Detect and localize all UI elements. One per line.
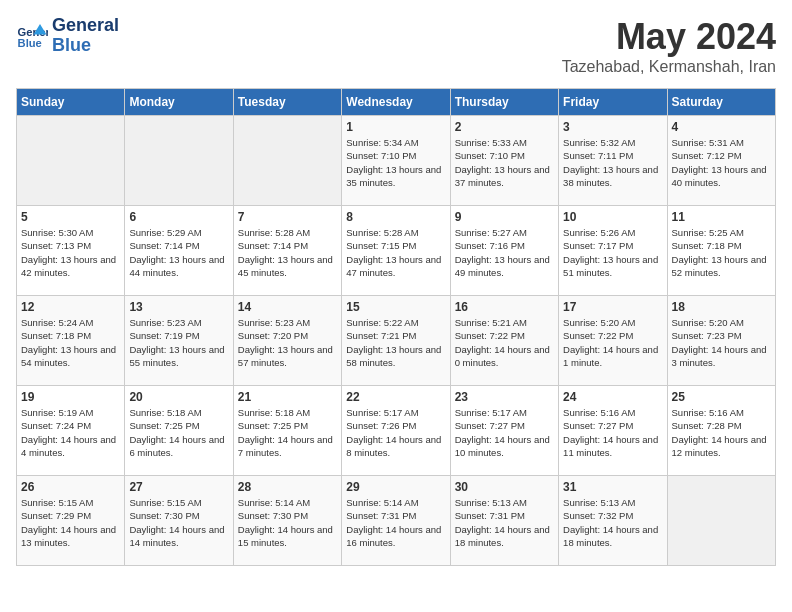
calendar-cell: 5Sunrise: 5:30 AMSunset: 7:13 PMDaylight…	[17, 206, 125, 296]
calendar-cell: 24Sunrise: 5:16 AMSunset: 7:27 PMDayligh…	[559, 386, 667, 476]
day-number: 2	[455, 120, 554, 134]
day-info: Sunrise: 5:18 AMSunset: 7:25 PMDaylight:…	[129, 406, 228, 459]
calendar-cell: 27Sunrise: 5:15 AMSunset: 7:30 PMDayligh…	[125, 476, 233, 566]
weekday-header: Saturday	[667, 89, 775, 116]
day-info: Sunrise: 5:29 AMSunset: 7:14 PMDaylight:…	[129, 226, 228, 279]
page-header: General Blue General Blue May 2024 Tazeh…	[16, 16, 776, 76]
logo-icon: General Blue	[16, 20, 48, 52]
day-info: Sunrise: 5:14 AMSunset: 7:31 PMDaylight:…	[346, 496, 445, 549]
day-info: Sunrise: 5:20 AMSunset: 7:22 PMDaylight:…	[563, 316, 662, 369]
calendar-cell: 26Sunrise: 5:15 AMSunset: 7:29 PMDayligh…	[17, 476, 125, 566]
calendar-cell: 23Sunrise: 5:17 AMSunset: 7:27 PMDayligh…	[450, 386, 558, 476]
calendar-cell: 20Sunrise: 5:18 AMSunset: 7:25 PMDayligh…	[125, 386, 233, 476]
day-number: 16	[455, 300, 554, 314]
day-number: 7	[238, 210, 337, 224]
calendar-week-row: 1Sunrise: 5:34 AMSunset: 7:10 PMDaylight…	[17, 116, 776, 206]
day-info: Sunrise: 5:20 AMSunset: 7:23 PMDaylight:…	[672, 316, 771, 369]
calendar-cell: 10Sunrise: 5:26 AMSunset: 7:17 PMDayligh…	[559, 206, 667, 296]
day-number: 4	[672, 120, 771, 134]
day-info: Sunrise: 5:21 AMSunset: 7:22 PMDaylight:…	[455, 316, 554, 369]
day-number: 8	[346, 210, 445, 224]
day-info: Sunrise: 5:19 AMSunset: 7:24 PMDaylight:…	[21, 406, 120, 459]
calendar-week-row: 26Sunrise: 5:15 AMSunset: 7:29 PMDayligh…	[17, 476, 776, 566]
calendar-cell: 30Sunrise: 5:13 AMSunset: 7:31 PMDayligh…	[450, 476, 558, 566]
logo-line2: Blue	[52, 35, 91, 55]
day-number: 30	[455, 480, 554, 494]
day-info: Sunrise: 5:16 AMSunset: 7:27 PMDaylight:…	[563, 406, 662, 459]
title-block: May 2024 Tazehabad, Kermanshah, Iran	[562, 16, 776, 76]
day-number: 3	[563, 120, 662, 134]
calendar-cell: 8Sunrise: 5:28 AMSunset: 7:15 PMDaylight…	[342, 206, 450, 296]
logo-text: General Blue	[52, 16, 119, 56]
day-info: Sunrise: 5:25 AMSunset: 7:18 PMDaylight:…	[672, 226, 771, 279]
location: Tazehabad, Kermanshah, Iran	[562, 58, 776, 76]
calendar-cell: 7Sunrise: 5:28 AMSunset: 7:14 PMDaylight…	[233, 206, 341, 296]
day-number: 29	[346, 480, 445, 494]
day-number: 18	[672, 300, 771, 314]
day-info: Sunrise: 5:15 AMSunset: 7:29 PMDaylight:…	[21, 496, 120, 549]
calendar-week-row: 19Sunrise: 5:19 AMSunset: 7:24 PMDayligh…	[17, 386, 776, 476]
day-info: Sunrise: 5:31 AMSunset: 7:12 PMDaylight:…	[672, 136, 771, 189]
day-info: Sunrise: 5:13 AMSunset: 7:32 PMDaylight:…	[563, 496, 662, 549]
calendar-cell: 25Sunrise: 5:16 AMSunset: 7:28 PMDayligh…	[667, 386, 775, 476]
day-number: 25	[672, 390, 771, 404]
day-number: 22	[346, 390, 445, 404]
day-info: Sunrise: 5:32 AMSunset: 7:11 PMDaylight:…	[563, 136, 662, 189]
day-info: Sunrise: 5:30 AMSunset: 7:13 PMDaylight:…	[21, 226, 120, 279]
day-number: 10	[563, 210, 662, 224]
calendar-cell: 11Sunrise: 5:25 AMSunset: 7:18 PMDayligh…	[667, 206, 775, 296]
day-number: 24	[563, 390, 662, 404]
day-info: Sunrise: 5:18 AMSunset: 7:25 PMDaylight:…	[238, 406, 337, 459]
calendar-cell: 1Sunrise: 5:34 AMSunset: 7:10 PMDaylight…	[342, 116, 450, 206]
weekday-header-row: SundayMondayTuesdayWednesdayThursdayFrid…	[17, 89, 776, 116]
calendar-cell: 9Sunrise: 5:27 AMSunset: 7:16 PMDaylight…	[450, 206, 558, 296]
calendar-cell: 31Sunrise: 5:13 AMSunset: 7:32 PMDayligh…	[559, 476, 667, 566]
day-number: 5	[21, 210, 120, 224]
day-number: 28	[238, 480, 337, 494]
calendar-cell: 19Sunrise: 5:19 AMSunset: 7:24 PMDayligh…	[17, 386, 125, 476]
day-info: Sunrise: 5:15 AMSunset: 7:30 PMDaylight:…	[129, 496, 228, 549]
day-info: Sunrise: 5:27 AMSunset: 7:16 PMDaylight:…	[455, 226, 554, 279]
calendar-week-row: 12Sunrise: 5:24 AMSunset: 7:18 PMDayligh…	[17, 296, 776, 386]
day-number: 23	[455, 390, 554, 404]
day-number: 31	[563, 480, 662, 494]
day-info: Sunrise: 5:22 AMSunset: 7:21 PMDaylight:…	[346, 316, 445, 369]
weekday-header: Tuesday	[233, 89, 341, 116]
calendar-cell: 6Sunrise: 5:29 AMSunset: 7:14 PMDaylight…	[125, 206, 233, 296]
day-info: Sunrise: 5:33 AMSunset: 7:10 PMDaylight:…	[455, 136, 554, 189]
calendar-cell: 22Sunrise: 5:17 AMSunset: 7:26 PMDayligh…	[342, 386, 450, 476]
month-title: May 2024	[562, 16, 776, 58]
day-number: 6	[129, 210, 228, 224]
calendar-cell: 13Sunrise: 5:23 AMSunset: 7:19 PMDayligh…	[125, 296, 233, 386]
day-number: 11	[672, 210, 771, 224]
calendar-cell	[125, 116, 233, 206]
calendar-cell: 3Sunrise: 5:32 AMSunset: 7:11 PMDaylight…	[559, 116, 667, 206]
day-info: Sunrise: 5:17 AMSunset: 7:26 PMDaylight:…	[346, 406, 445, 459]
day-info: Sunrise: 5:28 AMSunset: 7:15 PMDaylight:…	[346, 226, 445, 279]
day-info: Sunrise: 5:24 AMSunset: 7:18 PMDaylight:…	[21, 316, 120, 369]
calendar-week-row: 5Sunrise: 5:30 AMSunset: 7:13 PMDaylight…	[17, 206, 776, 296]
day-number: 15	[346, 300, 445, 314]
weekday-header: Thursday	[450, 89, 558, 116]
calendar-cell	[667, 476, 775, 566]
day-number: 21	[238, 390, 337, 404]
calendar-cell: 29Sunrise: 5:14 AMSunset: 7:31 PMDayligh…	[342, 476, 450, 566]
day-info: Sunrise: 5:17 AMSunset: 7:27 PMDaylight:…	[455, 406, 554, 459]
day-info: Sunrise: 5:23 AMSunset: 7:19 PMDaylight:…	[129, 316, 228, 369]
day-info: Sunrise: 5:23 AMSunset: 7:20 PMDaylight:…	[238, 316, 337, 369]
svg-text:Blue: Blue	[18, 37, 42, 49]
day-number: 13	[129, 300, 228, 314]
day-info: Sunrise: 5:14 AMSunset: 7:30 PMDaylight:…	[238, 496, 337, 549]
calendar-cell: 21Sunrise: 5:18 AMSunset: 7:25 PMDayligh…	[233, 386, 341, 476]
day-number: 20	[129, 390, 228, 404]
calendar-cell	[17, 116, 125, 206]
day-number: 1	[346, 120, 445, 134]
day-info: Sunrise: 5:13 AMSunset: 7:31 PMDaylight:…	[455, 496, 554, 549]
day-number: 27	[129, 480, 228, 494]
logo-line1: General	[52, 15, 119, 35]
calendar-cell: 14Sunrise: 5:23 AMSunset: 7:20 PMDayligh…	[233, 296, 341, 386]
calendar-cell: 4Sunrise: 5:31 AMSunset: 7:12 PMDaylight…	[667, 116, 775, 206]
day-number: 9	[455, 210, 554, 224]
calendar-cell: 15Sunrise: 5:22 AMSunset: 7:21 PMDayligh…	[342, 296, 450, 386]
calendar-cell: 18Sunrise: 5:20 AMSunset: 7:23 PMDayligh…	[667, 296, 775, 386]
